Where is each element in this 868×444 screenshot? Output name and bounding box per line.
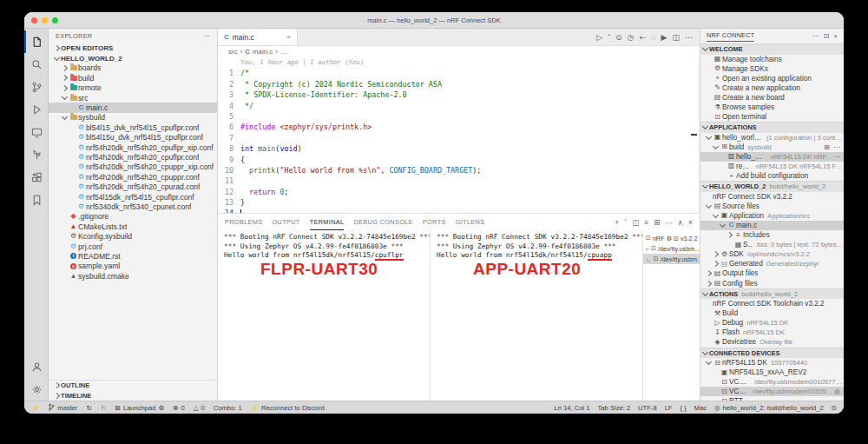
tree-item-add-build-configuration[interactable]: +Add build configuration	[700, 171, 844, 181]
tree-item-source-files[interactable]: ▤Source files	[700, 202, 844, 211]
tree-item-nrf54l15-dk[interactable]: ⊟nRF54L15 DK1057705440	[700, 358, 844, 368]
editor-action-icon[interactable]: ⊙	[615, 33, 622, 42]
code-line-6[interactable]: 6#include <zephyr/sys/printk.h>	[218, 122, 700, 132]
tree-item-browse-samples[interactable]: ⚗Browse samples	[700, 103, 844, 112]
panel-tab-debug-console[interactable]: DEBUG CONSOLE	[353, 214, 412, 230]
tree-item-nrf-connect-sdk-toolchain-v3[interactable]: nRF Connect SDK Toolchain v3.2.2	[700, 299, 844, 308]
tree-item-nrf54l15dk-nrf54l15-cpuflpr-[interactable]: ⚙nrf54l15dk_nrf54l15_cpuflpr.conf	[49, 192, 217, 202]
section-hello-world-2[interactable]: HELLO_WORLD_2	[49, 53, 217, 63]
code-line-8[interactable]: 8int main(void)	[218, 143, 700, 154]
tree-item-vcom0[interactable]: ⊡VCOM0/dev/tty.usbmodem0010577054401	[700, 377, 844, 387]
row-action-icon[interactable]: ⋯	[833, 153, 840, 161]
tree-item-nrf54l15-xxaa-rev2[interactable]: ▣NRF54L15_xxAA_REV2	[700, 368, 844, 377]
editor-action-icon[interactable]: ˇ	[608, 33, 610, 42]
tree-item-open-terminal[interactable]: ⊡Open terminal	[700, 112, 844, 122]
nrf-section-connected-devices[interactable]: CONNECTED DEVICES	[700, 348, 844, 359]
editor-action-icon[interactable]: ▶	[661, 33, 667, 42]
code-line-13[interactable]: 13}	[218, 197, 700, 208]
activity-source-control-icon[interactable]	[24, 76, 49, 98]
code-line-2[interactable]: 2 * Copyright (c) 2024 Nordic Semiconduc…	[218, 79, 700, 89]
panel-action-icon[interactable]: ≡	[644, 218, 648, 227]
panel-action-icon[interactable]: ⋯	[665, 218, 673, 227]
code-line-3[interactable]: 3 * SPDX-License-Identifier: Apache-2.0	[218, 89, 700, 100]
code-line-4[interactable]: 4 */	[218, 101, 700, 111]
tree-item-build[interactable]: ⚒Build	[700, 308, 844, 318]
tree-item-sdk[interactable]: ⚙SDK/opt/nordic/ncs/v3.2.2	[700, 249, 844, 259]
status-item-reconnect-to-discord[interactable]: ⚡Reconnect to Discord	[251, 404, 325, 412]
status-item-launchpad[interactable]: ⊠Launchpad⚙	[115, 404, 165, 412]
tree-item-flash[interactable]: ↧FlashnRF54L15 DK	[700, 328, 844, 337]
nrf-title-action-icon[interactable]: ⋯	[812, 32, 819, 40]
tree-item-main-c[interactable]: Cmain.c	[49, 103, 217, 112]
tree-item-kconfig-sysbuild[interactable]: ⚙Kconfig.sysbuild	[49, 231, 217, 241]
editor-action-icon[interactable]: ◫	[672, 33, 680, 42]
tree-item-hello-world-2[interactable]: ▣hello_world_2(1 configuration | 3 conte…	[700, 133, 844, 142]
tree-item-create-a-new-board[interactable]: ▤Create a new board	[700, 93, 844, 103]
editor-action-icon[interactable]: ⇠	[640, 33, 647, 42]
nrf-title-action-icon[interactable]: ×	[833, 32, 838, 40]
row-action-icon[interactable]: ⋯	[833, 143, 840, 151]
activity-explorer-icon[interactable]	[24, 30, 49, 53]
panel-action-icon[interactable]: ⊞	[654, 218, 660, 227]
tree-item-nrf54h20dk-nrf54h20-cpuflpr-[interactable]: ⚙nrf54h20dk_nrf54h20_cpuflpr.conf	[49, 152, 217, 162]
tree-item-manage-toolchains[interactable]: ▦Manage toolchains	[700, 55, 844, 64]
panel-action-icon[interactable]: ∧	[678, 218, 683, 227]
tree-item-manage-sdks[interactable]: ⚙Manage SDKs	[700, 64, 844, 74]
tree-item-config-files[interactable]: ▤Config files	[700, 278, 844, 288]
tree-item-src[interactable]: src	[49, 93, 217, 103]
tree-item-size[interactable]: ▦Sizebss: 0 bytes | text: 72 bytes | dat…	[700, 240, 844, 249]
editor-action-icon[interactable]: ◷	[628, 33, 635, 42]
tree-item-application[interactable]: ▣ApplicationApplication/src	[700, 211, 844, 221]
activity-settings-icon[interactable]	[24, 378, 49, 401]
tree-item-debug[interactable]: ▷DebugnRF54L15 DK	[700, 318, 844, 328]
tree-item-sysbuild[interactable]: sysbuild	[49, 113, 217, 123]
status-item-0[interactable]: ⊗0	[173, 404, 185, 412]
code-line-5[interactable]: 5	[218, 111, 700, 122]
tree-item-open-an-existing-application[interactable]: +Open an existing application	[700, 74, 844, 83]
tree-item-devicetree[interactable]: ◈DevicetreeOverlay file	[700, 337, 844, 347]
tree-item-readme-rst[interactable]: iREADME.rst	[49, 251, 217, 261]
status-item-lf[interactable]: LF	[665, 404, 673, 412]
tree-item-gitignore[interactable]: ◆.gitignore	[49, 212, 217, 222]
tree-item-sysbuild-cmake[interactable]: ▲sysbuild.cmake	[49, 271, 217, 281]
tree-item-prj-conf[interactable]: ⚙prj.conf	[49, 242, 217, 251]
tree-item-vcom1[interactable]: ⊡VCOM1/dev/tty.usbmodem0010577054403◎	[700, 387, 844, 396]
nrf-section-applications[interactable]: APPLICATIONS	[700, 122, 844, 133]
tree-item-remote[interactable]: remote	[49, 83, 217, 93]
code-line-10[interactable]: 10 printk("Hello world from %s\n", CONFI…	[218, 165, 700, 176]
tree-item-nrf54h20dk-nrf54h20-cpurad-c[interactable]: ⚙nrf54h20dk_nrf54h20_cpurad.conf	[49, 182, 217, 191]
nrf-section-hello-world-2[interactable]: HELLO_WORLD_2build/hello_world_2	[700, 181, 844, 192]
tree-item-nrf54h20dk-nrf54h20-cpuflpr-[interactable]: ⚙nrf54h20dk_nrf54h20_cpuflpr_xip.conf	[49, 142, 217, 152]
code-line-1[interactable]: 1/*	[218, 68, 700, 78]
status-item-0[interactable]: △0	[194, 404, 205, 412]
terminal-list-item[interactable]: ⌐⊡/dev/tty.usbm...	[643, 243, 700, 254]
panel-tab-terminal[interactable]: TERMINAL	[310, 214, 345, 230]
section-open-editors[interactable]: OPEN EDITORS	[49, 43, 217, 53]
status-item-mac[interactable]: Mac	[694, 404, 707, 412]
tree-item-nrf5340dk-nrf5340-cpunet-con[interactable]: ⚙nrf5340dk_nrf5340_cpunet.conf	[49, 202, 217, 211]
tree-item-build[interactable]: ⊞buildsysbuild⊞⋯	[700, 142, 844, 152]
status-item-utf-8[interactable]: UTF-8	[638, 404, 657, 412]
activity-remote-explorer-icon[interactable]	[24, 121, 49, 143]
tree-item-nrf54h20dk-nrf54h20-cpuppr-x[interactable]: ⚙nrf54h20dk_nrf54h20_cpuppr_xip.conf	[49, 162, 217, 172]
code-line-12[interactable]: 12 return 0;	[218, 187, 700, 197]
activity-nrf-connect-icon[interactable]	[24, 143, 49, 166]
activity-run-debug-icon[interactable]	[24, 98, 49, 121]
tree-item-main-c[interactable]: Cmain.c	[700, 221, 844, 230]
status-item-ln-14-col-1[interactable]: Ln 14, Col 1	[555, 404, 590, 412]
status-item-tab-size-2[interactable]: Tab Size: 2	[598, 404, 631, 412]
tree-item-bl54l15u-dvk-nrf54l15-cpuflp[interactable]: ⚙bl54l15u_dvk_nrf54l15_cpuflpr.conf	[49, 133, 217, 142]
code-line-9[interactable]: 9{	[218, 155, 700, 165]
tree-item-sample-yaml[interactable]: ysample.yaml	[49, 262, 217, 271]
terminal-app[interactable]: *** Booting nRF Connect SDK v3.2.2-74845…	[430, 230, 642, 401]
tree-item-build[interactable]: build	[49, 73, 217, 83]
row-action-icon[interactable]: ◎	[834, 388, 840, 395]
terminal-list-item[interactable]: ∟⊡/dev/tty.usbm...	[643, 254, 700, 264]
tree-item-cmakelists-txt[interactable]: ▲CMakeLists.txt	[49, 222, 217, 231]
breadcrumb-[interactable]: …	[280, 48, 287, 56]
terminal-flpr[interactable]: *** Booting nRF Connect SDK v3.2.2-74845…	[218, 230, 430, 401]
editor-action-icon[interactable]: ▷	[596, 33, 602, 42]
panel-action-icon[interactable]: ◫	[632, 218, 639, 227]
status-item-[interactable]: ⚐	[101, 404, 107, 412]
panel-tab-gitlens[interactable]: GITLENS	[456, 214, 485, 230]
